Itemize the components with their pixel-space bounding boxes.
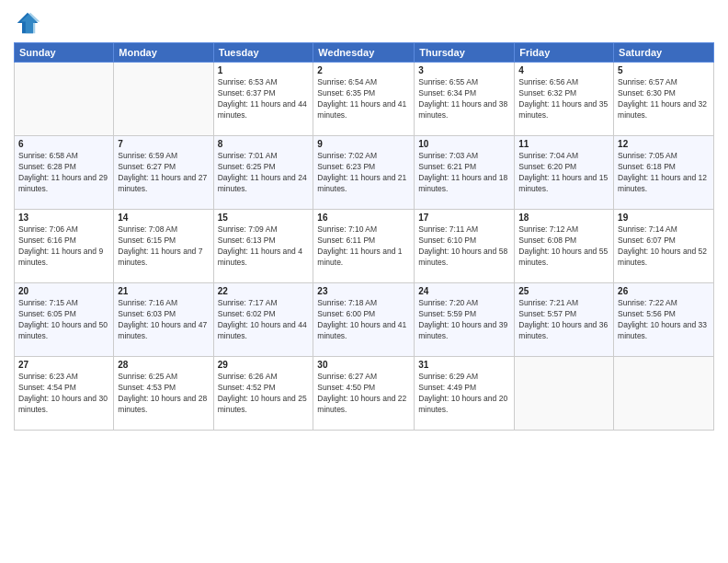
daylight-hours: Daylight: 11 hours and 9 minutes.: [18, 247, 103, 267]
day-info: Sunrise: 7:15 AM Sunset: 6:05 PM Dayligh…: [18, 298, 109, 342]
day-info: Sunrise: 7:02 AM Sunset: 6:23 PM Dayligh…: [317, 151, 410, 195]
sunset-time: Sunset: 6:03 PM: [118, 309, 176, 318]
day-info: Sunrise: 6:29 AM Sunset: 4:49 PM Dayligh…: [418, 372, 510, 416]
sunrise-time: Sunrise: 7:14 AM: [618, 224, 677, 234]
sunrise-time: Sunrise: 7:22 AM: [618, 298, 677, 307]
calendar-cell: [114, 63, 213, 136]
calendar-cell: 5 Sunrise: 6:57 AM Sunset: 6:30 PM Dayli…: [614, 63, 714, 136]
sunrise-time: Sunrise: 7:17 AM: [218, 298, 278, 307]
calendar-cell: 21 Sunrise: 7:16 AM Sunset: 6:03 PM Dayl…: [114, 283, 213, 357]
sunrise-time: Sunrise: 7:01 AM: [218, 151, 278, 160]
sunrise-time: Sunrise: 6:58 AM: [18, 151, 78, 160]
calendar-week-row: 6 Sunrise: 6:58 AM Sunset: 6:28 PM Dayli…: [15, 136, 714, 210]
sunset-time: Sunset: 6:32 PM: [518, 88, 576, 98]
day-number: 1: [218, 65, 310, 75]
day-info: Sunrise: 7:18 AM Sunset: 6:00 PM Dayligh…: [317, 298, 410, 342]
calendar-cell: 15 Sunrise: 7:09 AM Sunset: 6:13 PM Dayl…: [213, 210, 313, 283]
sunset-time: Sunset: 6:18 PM: [618, 162, 676, 171]
calendar-cell: 7 Sunrise: 6:59 AM Sunset: 6:27 PM Dayli…: [114, 136, 213, 210]
day-info: Sunrise: 7:06 AM Sunset: 6:16 PM Dayligh…: [18, 224, 109, 269]
calendar-cell: 20 Sunrise: 7:15 AM Sunset: 6:05 PM Dayl…: [15, 283, 114, 357]
sunrise-time: Sunrise: 6:29 AM: [418, 372, 478, 381]
sunset-time: Sunset: 6:13 PM: [218, 236, 276, 245]
daylight-hours: Daylight: 11 hours and 21 minutes.: [317, 173, 406, 193]
calendar-cell: 24 Sunrise: 7:20 AM Sunset: 5:59 PM Dayl…: [415, 283, 515, 357]
sunset-time: Sunset: 6:27 PM: [118, 162, 176, 171]
sunrise-time: Sunrise: 7:10 AM: [317, 224, 377, 234]
sunrise-time: Sunrise: 6:27 AM: [317, 372, 377, 381]
calendar-cell: 19 Sunrise: 7:14 AM Sunset: 6:07 PM Dayl…: [614, 210, 714, 283]
sunset-time: Sunset: 6:35 PM: [317, 88, 375, 98]
calendar-week-row: 1 Sunrise: 6:53 AM Sunset: 6:37 PM Dayli…: [15, 63, 714, 136]
calendar-cell: [515, 357, 614, 431]
day-info: Sunrise: 6:53 AM Sunset: 6:37 PM Dayligh…: [218, 77, 310, 121]
day-info: Sunrise: 7:01 AM Sunset: 6:25 PM Dayligh…: [218, 151, 310, 195]
day-number: 12: [618, 139, 710, 149]
sunset-time: Sunset: 6:05 PM: [18, 309, 76, 318]
sunset-time: Sunset: 6:07 PM: [618, 236, 676, 245]
col-saturday: Saturday: [614, 43, 714, 63]
day-info: Sunrise: 7:22 AM Sunset: 5:56 PM Dayligh…: [618, 298, 710, 342]
sunset-time: Sunset: 6:08 PM: [518, 236, 576, 245]
calendar-cell: 17 Sunrise: 7:11 AM Sunset: 6:10 PM Dayl…: [415, 210, 515, 283]
sunrise-time: Sunrise: 7:05 AM: [618, 151, 677, 160]
day-info: Sunrise: 7:20 AM Sunset: 5:59 PM Dayligh…: [418, 298, 510, 342]
sunset-time: Sunset: 6:28 PM: [18, 162, 76, 171]
calendar-cell: 2 Sunrise: 6:54 AM Sunset: 6:35 PM Dayli…: [313, 63, 415, 136]
sunset-time: Sunset: 6:37 PM: [218, 88, 276, 98]
calendar-cell: 27 Sunrise: 6:23 AM Sunset: 4:54 PM Dayl…: [15, 357, 114, 431]
daylight-hours: Daylight: 10 hours and 25 minutes.: [218, 394, 307, 414]
sunset-time: Sunset: 6:16 PM: [18, 236, 76, 245]
daylight-hours: Daylight: 10 hours and 44 minutes.: [218, 320, 307, 340]
calendar-cell: 6 Sunrise: 6:58 AM Sunset: 6:28 PM Dayli…: [15, 136, 114, 210]
day-number: 10: [418, 139, 510, 149]
logo: [14, 9, 45, 37]
daylight-hours: Daylight: 10 hours and 55 minutes.: [518, 247, 608, 267]
day-number: 14: [118, 213, 209, 223]
day-number: 6: [18, 139, 109, 149]
sunset-time: Sunset: 6:10 PM: [418, 236, 476, 245]
calendar-table: Sunday Monday Tuesday Wednesday Thursday…: [14, 42, 714, 431]
daylight-hours: Daylight: 11 hours and 4 minutes.: [218, 247, 302, 267]
calendar-week-row: 27 Sunrise: 6:23 AM Sunset: 4:54 PM Dayl…: [15, 357, 714, 431]
sunrise-time: Sunrise: 6:56 AM: [518, 77, 578, 86]
calendar-cell: 29 Sunrise: 6:26 AM Sunset: 4:52 PM Dayl…: [213, 357, 313, 431]
day-info: Sunrise: 6:25 AM Sunset: 4:53 PM Dayligh…: [118, 372, 209, 416]
sunrise-time: Sunrise: 7:11 AM: [418, 224, 478, 234]
sunset-time: Sunset: 6:21 PM: [418, 162, 476, 171]
calendar-cell: 14 Sunrise: 7:08 AM Sunset: 6:15 PM Dayl…: [114, 210, 213, 283]
daylight-hours: Daylight: 11 hours and 35 minutes.: [518, 99, 608, 120]
sunrise-time: Sunrise: 6:23 AM: [18, 372, 78, 381]
day-number: 20: [18, 286, 109, 296]
daylight-hours: Daylight: 11 hours and 41 minutes.: [317, 99, 406, 120]
calendar-cell: 11 Sunrise: 7:04 AM Sunset: 6:20 PM Dayl…: [515, 136, 614, 210]
daylight-hours: Daylight: 10 hours and 20 minutes.: [418, 394, 507, 414]
daylight-hours: Daylight: 10 hours and 36 minutes.: [518, 320, 608, 340]
sunrise-time: Sunrise: 7:08 AM: [118, 224, 177, 234]
sunset-time: Sunset: 6:23 PM: [317, 162, 375, 171]
calendar-cell: 18 Sunrise: 7:12 AM Sunset: 6:08 PM Dayl…: [515, 210, 614, 283]
daylight-hours: Daylight: 10 hours and 22 minutes.: [317, 394, 406, 414]
day-info: Sunrise: 6:27 AM Sunset: 4:50 PM Dayligh…: [317, 372, 410, 416]
calendar-header-row: Sunday Monday Tuesday Wednesday Thursday…: [15, 43, 714, 63]
day-number: 22: [218, 286, 310, 296]
daylight-hours: Daylight: 10 hours and 52 minutes.: [618, 247, 707, 267]
sunset-time: Sunset: 6:20 PM: [518, 162, 576, 171]
day-number: 2: [317, 65, 410, 75]
calendar-cell: 25 Sunrise: 7:21 AM Sunset: 5:57 PM Dayl…: [515, 283, 614, 357]
sunset-time: Sunset: 4:53 PM: [118, 383, 176, 392]
day-info: Sunrise: 6:59 AM Sunset: 6:27 PM Dayligh…: [118, 151, 209, 195]
day-info: Sunrise: 6:56 AM Sunset: 6:32 PM Dayligh…: [518, 77, 609, 121]
col-sunday: Sunday: [15, 43, 114, 63]
sunset-time: Sunset: 4:52 PM: [218, 383, 276, 392]
day-number: 25: [518, 286, 609, 296]
day-info: Sunrise: 7:16 AM Sunset: 6:03 PM Dayligh…: [118, 298, 209, 342]
sunrise-time: Sunrise: 6:53 AM: [218, 77, 278, 86]
sunrise-time: Sunrise: 6:59 AM: [118, 151, 177, 160]
sunset-time: Sunset: 5:56 PM: [618, 309, 676, 318]
day-info: Sunrise: 6:23 AM Sunset: 4:54 PM Dayligh…: [18, 372, 109, 416]
calendar-cell: 8 Sunrise: 7:01 AM Sunset: 6:25 PM Dayli…: [213, 136, 313, 210]
day-number: 28: [118, 360, 209, 370]
calendar-cell: 9 Sunrise: 7:02 AM Sunset: 6:23 PM Dayli…: [313, 136, 415, 210]
day-number: 18: [518, 213, 609, 223]
